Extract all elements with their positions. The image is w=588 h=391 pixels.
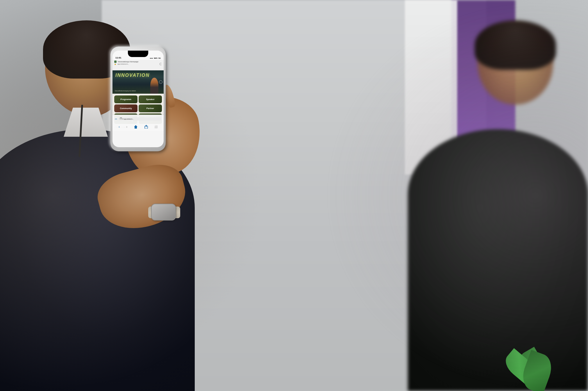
iphone-device: 11:01 ●●● WiFi 5G Veranstaltungs-Homepag… [110,47,166,151]
browser-favicon [114,61,117,63]
browser-url: app.ticketcorm... [117,63,129,65]
svg-marker-0 [134,125,137,129]
background-scene: 11:01 ●●● WiFi 5G Veranstaltungs-Homepag… [0,0,588,391]
hero-title: INNOVATION [115,73,150,78]
safari-aa-button[interactable]: AA [115,118,117,120]
safari-url-text: # app.ticktorm... [122,118,134,120]
safari-address-bar[interactable]: AA # app.ticktorm... [112,115,164,123]
status-icons: ●●● WiFi 5G [150,57,161,59]
iphone-screen: 11:01 ●●● WiFi 5G Veranstaltungs-Homepag… [112,51,164,147]
safari-nav-buttons: ‹ › ⬜ [112,123,164,131]
decorative-plants [472,333,559,391]
menu-btn-community[interactable]: Community [114,104,137,112]
background-person-hair [475,20,556,70]
signal-icon: ●●● [150,57,153,59]
safari-bottom-bar: AA # app.ticktorm... ‹ › [112,115,164,131]
menu-btn-programm[interactable]: Programm [114,95,137,103]
browser-navigation-bar: Veranstaltungs-Homepage 🔒 app.ticketcorm… [112,60,164,70]
lock-icon: 🔒 [114,63,116,65]
hero-person-silhouette [150,78,158,94]
hero-description: Gesundheitsversorgung neu denken [115,90,148,92]
status-time: 11:01 [115,56,121,59]
wifi-text: WiFi [154,57,158,59]
safari-url-field[interactable]: # app.ticktorm... [118,117,161,120]
hero-nav-arrow[interactable]: › [159,80,162,84]
battery-5g: 5G [158,57,161,59]
browser-refresh-icon [160,63,162,65]
browser-page-title: Veranstaltungs-Homepage [118,61,138,63]
menu-btn-partner[interactable]: Partner [139,104,162,112]
app-content-area: INNOVATION Gesundheitsversorgung neu den… [112,70,164,131]
safari-home-icon[interactable] [134,125,138,129]
iphone-notch [128,51,148,57]
safari-forward-button[interactable]: › [126,125,127,129]
safari-share-button[interactable] [144,125,148,129]
safari-back-button[interactable]: ‹ [119,125,120,129]
menu-btn-speaker[interactable]: Speaker [139,95,162,103]
url-lock-icon [120,118,122,120]
hero-banner: INNOVATION Gesundheitsversorgung neu den… [112,70,164,94]
safari-tabs-button[interactable]: ⬜ [154,125,158,128]
apple-watch [151,204,176,221]
